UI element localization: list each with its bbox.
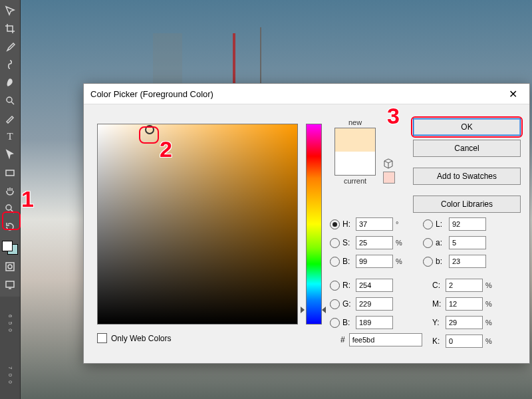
add-to-swatches-button[interactable]: Add to Swatches xyxy=(413,168,521,185)
only-web-colors-label: Only Web Colors xyxy=(111,334,171,343)
close-icon[interactable]: ✕ xyxy=(503,84,523,104)
hue-radio[interactable] xyxy=(330,219,340,229)
only-web-colors-row: Only Web Colors xyxy=(97,333,171,343)
a-radio[interactable] xyxy=(423,238,433,248)
b2-input[interactable] xyxy=(449,255,486,268)
bri-input[interactable] xyxy=(356,255,393,268)
move-tool-icon[interactable] xyxy=(3,4,17,17)
hue-slider[interactable] xyxy=(306,124,322,325)
ok-button[interactable]: OK xyxy=(413,118,521,136)
hex-input[interactable] xyxy=(349,333,422,346)
quickmask-tool-icon[interactable] xyxy=(3,260,17,273)
bri-label: B: xyxy=(342,257,353,266)
zoom-tool-icon[interactable] xyxy=(3,202,17,215)
m-label: M: xyxy=(432,299,443,309)
sat-radio[interactable] xyxy=(330,238,340,248)
bri-radio[interactable] xyxy=(330,257,340,267)
tool-palette: T 6 5 0 7 0 0 xyxy=(0,0,21,399)
new-label: new xyxy=(332,118,378,126)
dialog-titlebar: Color Picker (Foreground Color) ✕ xyxy=(84,84,529,104)
b-label: B: xyxy=(342,318,353,327)
path-select-tool-icon[interactable] xyxy=(3,148,17,161)
brush-tool-icon[interactable] xyxy=(3,58,17,70)
blur-tool-icon[interactable] xyxy=(3,94,17,107)
g-radio[interactable] xyxy=(330,299,340,309)
m-input[interactable] xyxy=(446,297,483,311)
r-radio[interactable] xyxy=(330,281,340,291)
c-input[interactable] xyxy=(446,279,483,292)
sat-input[interactable] xyxy=(356,236,393,249)
r-input[interactable] xyxy=(356,279,393,292)
svg-rect-1 xyxy=(6,170,14,176)
rotate-tool-icon[interactable] xyxy=(3,220,17,233)
l-label: L: xyxy=(436,219,446,229)
only-web-colors-checkbox[interactable] xyxy=(97,333,107,343)
vertical-ruler: 6 5 0 7 0 0 xyxy=(0,297,20,399)
y-label: Y: xyxy=(432,318,443,327)
k-input[interactable] xyxy=(446,334,483,348)
sat-label: S: xyxy=(342,238,353,247)
rectangle-tool-icon[interactable] xyxy=(3,166,17,179)
c-label: C: xyxy=(432,281,443,290)
svg-rect-3 xyxy=(6,263,14,271)
r-label: R: xyxy=(342,281,353,290)
color-picker-dialog: Color Picker (Foreground Color) ✕ new cu… xyxy=(83,83,530,364)
foreground-background-swatch[interactable] xyxy=(2,241,18,255)
g-label: G: xyxy=(342,299,353,309)
b2-radio[interactable] xyxy=(423,257,433,267)
color-preview-swatch xyxy=(334,128,376,176)
color-libraries-button[interactable]: Color Libraries xyxy=(413,196,521,213)
dialog-title: Color Picker (Foreground Color) xyxy=(90,89,213,99)
websafe-swatch[interactable] xyxy=(383,172,395,184)
hex-prefix: # xyxy=(340,335,345,344)
hand-tool-icon[interactable] xyxy=(3,184,17,197)
saturation-brightness-field[interactable] xyxy=(97,124,298,325)
cancel-button[interactable]: Cancel xyxy=(413,140,521,157)
eyedropper-tool-icon[interactable] xyxy=(3,40,17,53)
svg-rect-5 xyxy=(6,281,14,287)
hue-input[interactable] xyxy=(356,217,393,231)
b2-label: b: xyxy=(436,257,446,266)
l-input[interactable] xyxy=(449,217,486,231)
current-color-swatch[interactable] xyxy=(335,152,375,175)
a-label: a: xyxy=(436,238,446,247)
current-label: current xyxy=(332,177,378,185)
pen-tool-icon[interactable] xyxy=(3,112,17,125)
eraser-tool-icon[interactable] xyxy=(3,76,17,88)
g-input[interactable] xyxy=(356,297,393,311)
screenmode-tool-icon[interactable] xyxy=(3,278,17,291)
svg-point-4 xyxy=(8,265,12,269)
foreground-color-swatch[interactable] xyxy=(2,241,13,251)
hue-label: H: xyxy=(342,219,353,229)
svg-point-2 xyxy=(6,205,11,210)
svg-point-0 xyxy=(7,97,12,102)
b-input[interactable] xyxy=(356,316,393,329)
l-radio[interactable] xyxy=(423,219,433,229)
a-input[interactable] xyxy=(449,236,486,249)
type-tool-icon[interactable]: T xyxy=(3,130,17,143)
gamut-warning-icon[interactable] xyxy=(383,158,394,169)
crop-tool-icon[interactable] xyxy=(3,22,17,35)
k-label: K: xyxy=(432,336,443,346)
new-color-swatch xyxy=(335,128,375,152)
b-radio[interactable] xyxy=(330,318,340,328)
y-input[interactable] xyxy=(446,316,483,329)
